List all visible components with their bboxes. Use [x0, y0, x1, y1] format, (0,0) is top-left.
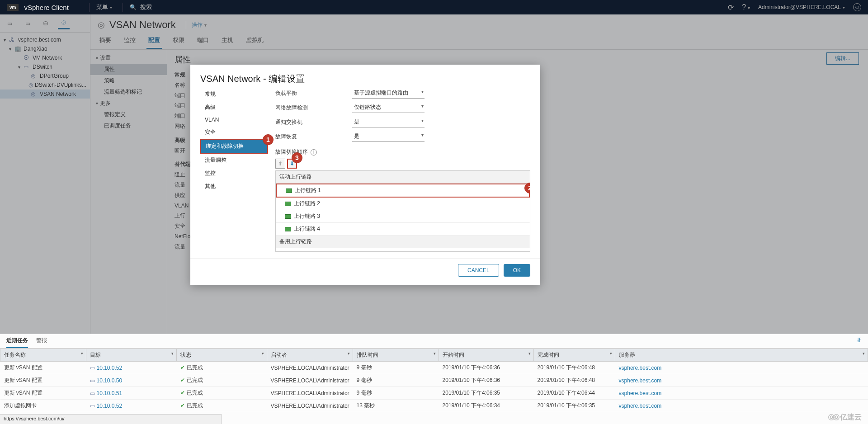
select-load-balance[interactable]: 基于源虚拟端口的路由: [352, 88, 425, 99]
detail-title: 属性: [175, 54, 861, 65]
tree-label: VSAN Network: [40, 91, 76, 97]
feedback-icon[interactable]: ☺: [853, 3, 861, 11]
setting-policies[interactable]: 策略: [90, 75, 167, 86]
uplink-list[interactable]: 活动上行链路 上行链路 1 2 上行链路 2 上行链路 3 上行链路 4 备用上…: [275, 170, 530, 252]
move-up-button[interactable]: ⬆: [275, 159, 285, 169]
tab-permissions[interactable]: 权限: [171, 33, 186, 49]
menu-dropdown[interactable]: 菜单: [96, 3, 112, 11]
col-server[interactable]: 服务器: [615, 349, 868, 362]
modal-nav-general[interactable]: 常规: [200, 88, 268, 101]
tree-dvuplinks[interactable]: ◎DSwitch-DVUplinks...: [0, 80, 90, 90]
user-menu[interactable]: Administrator@VSPHERE.LOCAL: [758, 4, 845, 10]
col-name[interactable]: 任务名称: [0, 349, 86, 362]
unused-uplinks-header: 未使用的上行链路: [276, 248, 530, 252]
network-tab-icon[interactable]: ⦾: [58, 18, 70, 29]
standby-uplinks-header: 备用上行链路: [276, 236, 530, 248]
watermark: ⓞⓞ亿速云: [828, 413, 862, 422]
modal-nav-security[interactable]: 安全: [200, 126, 268, 139]
tab-summary[interactable]: 摘要: [98, 33, 113, 49]
vmware-logo: vm: [7, 4, 19, 11]
uplink-1[interactable]: 上行链路 1 2: [276, 184, 530, 198]
label-notify: 通知交换机: [275, 118, 352, 126]
uplink-4[interactable]: 上行链路 4: [276, 223, 530, 236]
table-row[interactable]: 更新 vSAN 配置▭10.10.0.50✔已完成VSPHERE.LOCAL\A…: [0, 374, 868, 387]
tab-ports[interactable]: 端口: [195, 33, 211, 49]
setting-alarms[interactable]: 警报定义: [90, 109, 167, 120]
col-started[interactable]: 开始时间: [439, 349, 534, 362]
modal-nav-vlan[interactable]: VLAN: [200, 114, 268, 126]
modal-title: VSAN Network - 编辑设置: [190, 65, 540, 88]
col-status[interactable]: 状态: [177, 349, 267, 362]
edit-container: 编辑...: [826, 52, 859, 65]
select-failover-detect[interactable]: 仅链路状态: [352, 102, 425, 113]
col-completed[interactable]: 完成时间: [534, 349, 615, 362]
edit-button[interactable]: 编辑...: [826, 52, 859, 65]
table-row[interactable]: 添加虚拟网卡▭10.10.0.52✔已完成VSPHERE.LOCAL\Admin…: [0, 400, 868, 412]
tasks-panel: 近期任务 警报 ⭿ 任务名称 目标 状态 启动者 排队时间 开始时间 完成时间 …: [0, 334, 868, 424]
tab-vms[interactable]: 虚拟机: [244, 33, 265, 49]
tree-dportgroup[interactable]: ◎DPortGroup: [0, 71, 90, 80]
uplink-3[interactable]: 上行链路 3: [276, 210, 530, 223]
tree-vm-network[interactable]: ⦿VM Network: [0, 53, 90, 62]
hosts-tab-icon[interactable]: ▭: [4, 18, 15, 29]
reorder-buttons: ⬆ ⬇ 3: [275, 159, 530, 169]
modal-form: 负载平衡 基于源虚拟端口的路由 网络故障检测 仅链路状态 通知交换机 是 故障恢…: [275, 88, 530, 252]
refresh-icon[interactable]: ⟳: [728, 3, 734, 12]
tree-label: vsphere.best.com: [18, 37, 61, 43]
setting-scheduled[interactable]: 已调度任务: [90, 120, 167, 132]
table-row[interactable]: 更新 vSAN 配置▭10.10.0.52✔已完成VSPHERE.LOCAL\A…: [0, 362, 868, 374]
col-target[interactable]: 目标: [86, 349, 177, 362]
row-load-balance: 负载平衡 基于源虚拟端口的路由: [275, 88, 530, 99]
portgroup-icon: ◎: [98, 20, 105, 30]
actions-menu[interactable]: 操作: [186, 21, 207, 29]
cancel-button[interactable]: CANCEL: [458, 264, 499, 277]
setting-traffic[interactable]: 流量筛选和标记: [90, 86, 167, 98]
tree-datacenter[interactable]: ▾🏢DangXiao: [0, 44, 90, 53]
search-placeholder[interactable]: 搜索: [140, 3, 152, 11]
tree-dswitch[interactable]: ▾▭DSwitch: [0, 62, 90, 71]
modal-nav-traffic[interactable]: 流量调整: [200, 154, 268, 167]
table-row[interactable]: 更新 vSAN 配置▭10.10.0.51✔已完成VSPHERE.LOCAL\A…: [0, 387, 868, 400]
row-notify: 通知交换机 是: [275, 117, 530, 127]
col-initiator[interactable]: 启动者: [267, 349, 353, 362]
tab-monitor[interactable]: 监控: [122, 33, 137, 49]
modal-nav-misc[interactable]: 其他: [200, 180, 268, 193]
tab-recent-tasks[interactable]: 近期任务: [6, 337, 28, 348]
storage-tab-icon[interactable]: ⛁: [40, 18, 52, 29]
product-name: vSphere Client: [24, 4, 68, 11]
ok-button[interactable]: OK: [504, 264, 530, 277]
modal-nav-label: 绑定和故障切换: [206, 143, 244, 149]
tree-label: DSwitch-DVUplinks...: [35, 82, 86, 88]
info-icon[interactable]: i: [311, 149, 317, 155]
more-group[interactable]: 更多: [90, 98, 167, 109]
tree-vsan-network[interactable]: ◎VSAN Network: [0, 90, 90, 99]
setting-properties[interactable]: 属性: [90, 64, 167, 75]
help-icon[interactable]: ?: [742, 3, 750, 11]
vms-tab-icon[interactable]: ▭: [22, 18, 33, 29]
modal-nav-advanced[interactable]: 高级: [200, 101, 268, 114]
tree-vcenter[interactable]: ▾🖧vsphere.best.com: [0, 35, 90, 44]
header-right: ⟳ ? Administrator@VSPHERE.LOCAL ☺: [728, 3, 861, 12]
edit-settings-modal: VSAN Network - 编辑设置 常规 高级 VLAN 安全 绑定和故障切…: [190, 65, 540, 285]
col-queued[interactable]: 排队时间: [353, 349, 439, 362]
modal-nav-monitor[interactable]: 监控: [200, 167, 268, 180]
order-title-text: 故障切换顺序: [275, 148, 308, 156]
nic-icon: [286, 188, 292, 193]
select-notify[interactable]: 是: [352, 117, 425, 127]
tab-alarms[interactable]: 警报: [36, 337, 47, 348]
search-icon[interactable]: 🔍: [130, 4, 137, 10]
select-failback[interactable]: 是: [352, 131, 425, 142]
nic-icon: [285, 227, 291, 231]
uplink-label: 上行链路 2: [294, 200, 320, 207]
page-title: VSAN Network: [109, 19, 176, 31]
tab-hosts[interactable]: 主机: [220, 33, 235, 49]
inventory-tabs: ▭ ▭ ⛁ ⦾: [0, 14, 90, 33]
settings-group[interactable]: 设置: [90, 52, 167, 64]
uplink-2[interactable]: 上行链路 2: [276, 198, 530, 210]
tab-configure[interactable]: 配置: [146, 33, 162, 49]
nic-icon: [285, 202, 291, 206]
tasks-collapse-icon[interactable]: ⭿: [856, 337, 862, 348]
modal-nav-teaming[interactable]: 绑定和故障切换 1: [200, 139, 268, 154]
tree-label: DSwitch: [33, 64, 52, 70]
object-tabs: 摘要 监控 配置 权限 端口 主机 虚拟机: [90, 33, 868, 50]
